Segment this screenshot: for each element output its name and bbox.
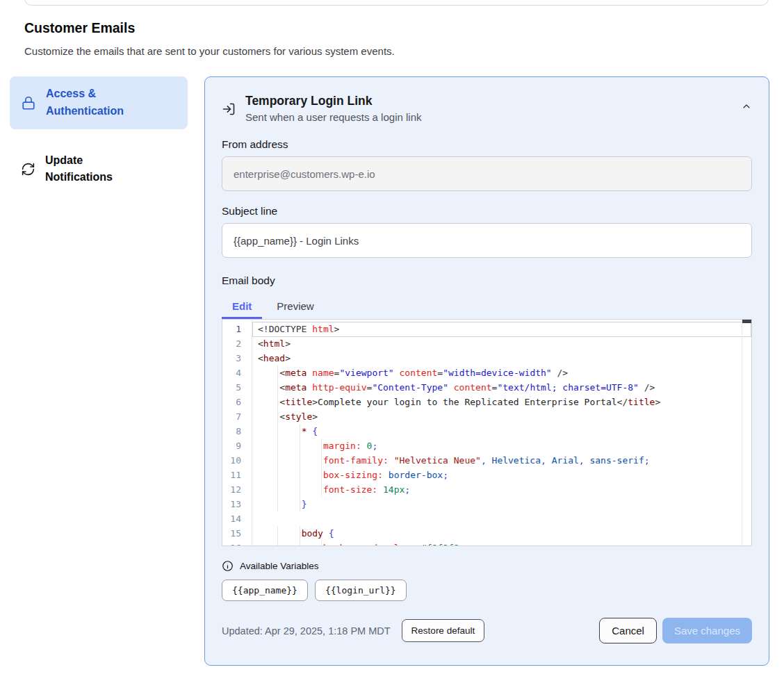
subject-line-input[interactable] (222, 223, 752, 258)
code-line: 5 <meta http-equiv="Content-Type" conten… (222, 380, 751, 395)
lock-icon (21, 95, 36, 110)
sidebar-item-access-authentication[interactable]: Access & Authentication (10, 76, 188, 129)
card-subtitle: Sent when a user requests a login link (245, 111, 421, 123)
email-types-sidebar: Access & Authentication Update Notificat… (10, 76, 188, 195)
updated-timestamp: Updated: Apr 29, 2025, 1:18 PM MDT (222, 625, 391, 637)
previous-card-bottom-edge (24, 0, 769, 6)
page-title: Customer Emails (24, 20, 135, 36)
code-line: 11 box-sizing: border-box; (222, 468, 751, 482)
code-line: 10 font-family: "Helvetica Neue", Helvet… (222, 453, 751, 468)
log-in-icon (222, 102, 236, 116)
code-line: 9 margin: 0; (222, 438, 751, 453)
variable-chips: {{app_name}} {{login_url}} (222, 580, 752, 601)
code-line: 2<html> (222, 336, 751, 351)
code-line: 3<head> (222, 351, 751, 366)
card-header: Temporary Login Link Sent when a user re… (222, 94, 752, 123)
restore-default-button[interactable]: Restore default (402, 619, 485, 642)
sidebar-item-update-notifications[interactable]: Update Notifications (10, 143, 188, 196)
available-variables-label: Available Variables (240, 561, 319, 571)
code-line: 7 <style> (222, 409, 751, 424)
code-lines: 1<!DOCTYPE html>2<html>3<head>4 <meta na… (222, 322, 751, 546)
scrollbar-thumb[interactable] (742, 320, 751, 323)
sidebar-item-label: Update Notifications (45, 152, 142, 187)
subject-line-label: Subject line (222, 205, 752, 218)
card-title: Temporary Login Link (245, 94, 421, 108)
code-line: 14 (222, 511, 751, 526)
code-editor[interactable]: 1<!DOCTYPE html>2<html>3<head>4 <meta na… (222, 319, 752, 546)
chevron-up-icon[interactable] (741, 101, 752, 112)
available-variables-row: Available Variables (222, 560, 752, 572)
variable-chip-app-name[interactable]: {{app_name}} (222, 580, 308, 601)
code-line: 15 body { (222, 526, 751, 541)
code-line: 8 * { (222, 424, 751, 438)
info-icon (222, 560, 234, 572)
code-line: 12 font-size: 14px; (222, 482, 751, 497)
tab-edit[interactable]: Edit (222, 294, 262, 319)
sidebar-item-label: Access & Authentication (46, 85, 143, 120)
cancel-button[interactable]: Cancel (599, 618, 657, 643)
gutter-separator (252, 320, 252, 545)
page-subtitle: Customize the emails that are sent to yo… (24, 45, 395, 57)
sync-icon (21, 162, 35, 177)
code-line: 4 <meta name="viewport" content="width=d… (222, 366, 751, 380)
customer-emails-page: Customer Emails Customize the emails tha… (0, 0, 784, 681)
code-line: 16 background-color: #f8f8f8; (222, 541, 751, 546)
from-address-label: From address (222, 138, 752, 151)
email-body-label: Email body (222, 274, 752, 287)
scrollbar-track[interactable] (742, 320, 742, 545)
tab-preview[interactable]: Preview (266, 294, 324, 319)
code-line: 13 } (222, 497, 751, 511)
save-changes-button[interactable]: Save changes (662, 618, 752, 643)
card-footer: Updated: Apr 29, 2025, 1:18 PM MDT Resto… (222, 618, 752, 643)
variable-chip-login-url[interactable]: {{login_url}} (315, 580, 407, 601)
from-address-input[interactable] (222, 156, 752, 191)
email-body-tabs: Edit Preview (222, 294, 752, 319)
code-line: 1<!DOCTYPE html> (222, 322, 751, 336)
temporary-login-link-card: Temporary Login Link Sent when a user re… (204, 76, 769, 666)
code-line: 6 <title>Complete your login to the Repl… (222, 395, 751, 409)
